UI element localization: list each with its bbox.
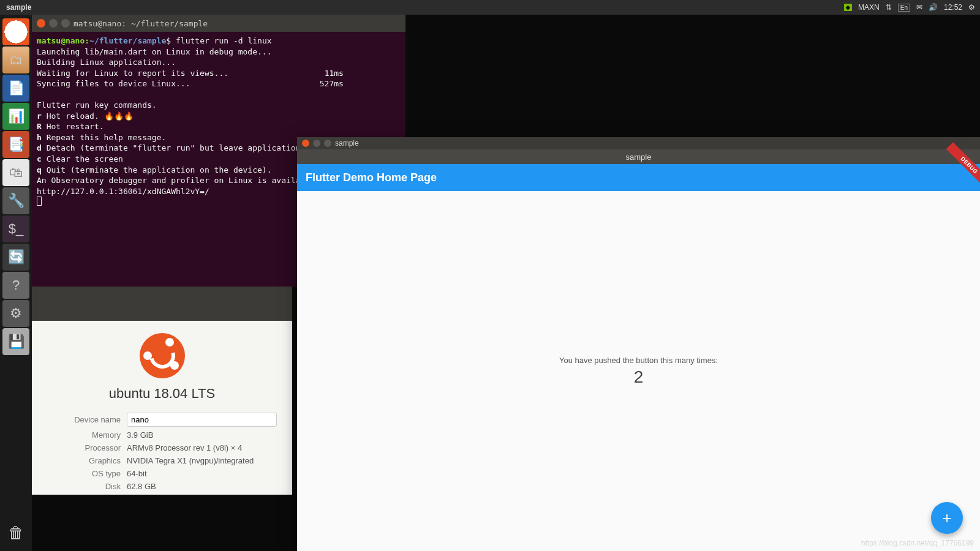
flutter-subtitlebar: sample [297,149,980,164]
gear-icon[interactable]: ⚙ [968,3,975,12]
calc-icon[interactable]: 📊 [2,103,29,130]
top-panel: sample ◆ MAXN ⇅ En ✉ 🔊 12:52 ⚙ [0,0,980,15]
maxn-label: MAXN [858,3,880,12]
os-type-value: 64-bit [127,469,147,478]
line2: Building Linux application... [37,58,176,67]
trash-icon[interactable]: 🗑 [2,519,29,546]
disk-value: 62.8 GB [127,482,156,491]
flutter-appbar: Flutter Demo Home Page DEBUG [297,164,980,191]
url: http://127.0.0.1:36061/xdNGAWhl2vY=/ [37,187,209,196]
time4: 527ms [320,79,344,88]
flutter-body: You have pushed the button this many tim… [297,191,980,551]
c: Clear the screen [42,154,123,163]
network-icon[interactable]: ⇅ [886,3,892,12]
maximize-icon[interactable] [324,140,331,147]
fab-add-button[interactable]: + [931,502,963,534]
cursor [37,197,42,206]
device-name-label: Device name [47,415,127,424]
graphics-value: NVIDIA Tegra X1 (nvgpu)/integrated [127,456,254,465]
language-indicator[interactable]: En [898,4,910,12]
ubuntu-logo-icon [140,333,185,378]
software-icon[interactable]: 🛍 [2,159,29,186]
impress-icon[interactable]: 📑 [2,131,29,158]
device-name-row: Device name [47,413,277,427]
processor-label: Processor [47,443,127,452]
close-icon[interactable] [37,19,45,28]
line3: Waiting for Linux to report its views... [37,69,228,78]
plus-icon: + [942,509,951,528]
terminal-titlebar[interactable]: matsu@nano: ~/flutter/sample [32,15,405,32]
about-toolbar [32,287,292,321]
volume-icon[interactable]: 🔊 [929,3,938,12]
watermark: https://blog.csdn.net/qq_17766199 [861,539,974,547]
about-body: ubuntu 18.04 LTS Device name Memory3.9 G… [32,321,292,495]
line1: Launching lib/main.dart on Linux in debu… [37,47,272,56]
time3: 11ms [325,69,344,78]
nvidia-badge: ◆ [844,4,852,11]
flutter-titlebar[interactable]: sample [297,137,980,149]
flutter-window-title: sample [335,139,359,148]
graphics-label: Graphics [47,456,127,465]
r: Hot reload. 🔥🔥🔥 [42,111,134,121]
device-name-input[interactable] [127,413,277,427]
unity-launcher: 🗂 📄 📊 📑 🛍 🔧 $_ 🔄 ? ⚙ 💾 🗑 [0,15,32,551]
settings-icon[interactable]: ⚙ [2,300,29,327]
system-tray: ◆ MAXN ⇅ En ✉ 🔊 12:52 ⚙ [844,3,980,12]
clock[interactable]: 12:52 [944,3,962,12]
terminal-title: matsu@nano: ~/flutter/sample [74,19,208,28]
flutter-subtitle: sample [626,152,652,162]
about-title: ubuntu 18.04 LTS [47,386,277,402]
flutter-window[interactable]: sample sample Flutter Demo Home Page DEB… [297,137,980,551]
body-text: You have pushed the button this many tim… [559,356,718,365]
os-type-label: OS type [47,469,127,478]
close-icon[interactable] [302,140,309,147]
h: Repeat this help message. [42,133,167,142]
about-window[interactable]: ubuntu 18.04 LTS Device name Memory3.9 G… [32,287,292,495]
active-app-name: sample [0,3,37,12]
files-icon[interactable]: 🗂 [2,47,29,73]
disk-icon[interactable]: 💾 [2,328,29,355]
terminal-icon[interactable]: $_ [2,216,29,242]
mail-icon[interactable]: ✉ [916,3,922,12]
maximize-icon[interactable] [61,19,70,28]
q: Quit (terminate the application on the d… [42,165,272,174]
appbar-title: Flutter Demo Home Page [306,171,437,184]
tweaks-icon[interactable]: 🔧 [2,187,29,214]
writer-icon[interactable]: 📄 [2,75,29,102]
disk-label: Disk [47,482,127,491]
minimize-icon[interactable] [313,140,320,147]
counter-value: 2 [634,367,644,387]
prompt-user: matsu@nano [37,36,85,45]
processor-value: ARMv8 Processor rev 1 (v8l) × 4 [127,443,242,452]
dash-icon[interactable] [2,18,29,45]
keycmd: Flutter run key commands. [37,100,157,110]
minimize-icon[interactable] [49,19,58,28]
command: flutter run -d linux [176,36,272,45]
help-icon[interactable]: ? [2,272,29,299]
prompt-path: ~/flutter/sample [89,36,166,45]
updater-icon[interactable]: 🔄 [2,244,29,271]
obs: An Observatory debugger and profiler on … [37,176,334,185]
memory-label: Memory [47,430,127,440]
memory-value: 3.9 GiB [127,430,153,440]
R: Hot restart. [42,122,104,131]
line4: Syncing files to device Linux... [37,79,190,88]
